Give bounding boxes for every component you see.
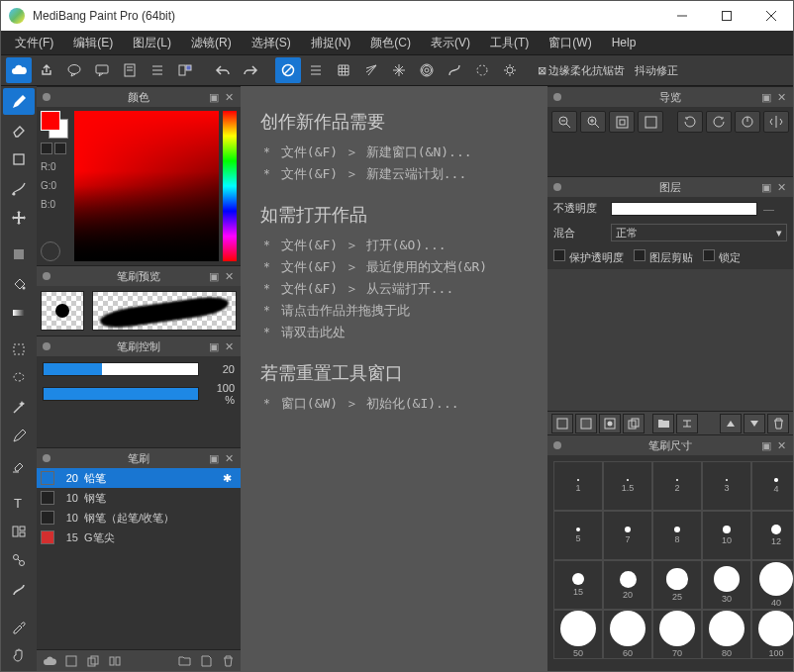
close-icon[interactable]: ✕ (225, 270, 237, 282)
close-icon[interactable]: ✕ (225, 340, 237, 352)
snap-grid-icon[interactable] (331, 57, 356, 83)
brush-dup-icon[interactable] (84, 652, 102, 670)
brush-size-cell[interactable]: 20 (603, 560, 652, 610)
menu-file[interactable]: 文件(F) (5, 31, 63, 54)
text-tool-icon[interactable]: T (3, 489, 35, 516)
brush-size-cell[interactable]: 60 (603, 610, 652, 659)
zoom-in-icon[interactable] (580, 111, 606, 133)
layer-merge-icon[interactable] (676, 414, 698, 433)
layer-new-color-icon[interactable] (575, 414, 597, 433)
brush-size-cell[interactable]: 2 (652, 461, 702, 511)
stabilizer-label[interactable]: 抖动修正 (635, 63, 678, 78)
color-picker[interactable] (74, 111, 219, 261)
minimize-button[interactable] (659, 1, 704, 31)
close-icon[interactable]: ✕ (225, 452, 237, 464)
brush-delete-icon[interactable] (219, 652, 237, 670)
menu-color[interactable]: 颜色(C) (360, 31, 421, 54)
brush-add-icon[interactable] (62, 652, 80, 670)
menu-tool[interactable]: 工具(T) (480, 31, 539, 54)
lock-checkbox[interactable]: 锁定 (703, 249, 741, 265)
layer-list[interactable] (547, 269, 793, 411)
popout-icon[interactable]: ▣ (209, 452, 221, 464)
brush-group-icon[interactable] (106, 652, 124, 670)
layer-folder-icon[interactable] (652, 414, 674, 433)
brush-size-cell[interactable]: 1 (553, 461, 603, 511)
popout-icon[interactable]: ▣ (209, 340, 221, 352)
brush-size-cell[interactable]: 3 (702, 461, 751, 511)
brush-size-cell[interactable]: 50 (553, 610, 603, 659)
selecterase-tool-icon[interactable] (3, 452, 35, 479)
canvas-area[interactable]: 创作新作品需要 ＊ 文件(&F) ＞ 新建窗口(&N)... ＊ 文件(&F) … (241, 86, 547, 671)
brush-size-cell[interactable]: 15 (553, 560, 603, 610)
menu-window[interactable]: 窗口(W) (539, 31, 601, 54)
blend-mode-select[interactable]: 正常▾ (611, 224, 787, 241)
magicwand-tool-icon[interactable] (3, 394, 35, 421)
brush-list-item[interactable]: 10钢笔（起笔/收笔） (37, 508, 241, 528)
snap-radial-icon[interactable] (386, 57, 412, 83)
brush-size-cell[interactable]: 80 (702, 610, 751, 659)
hue-slider[interactable] (223, 111, 237, 261)
popout-icon[interactable]: ▣ (761, 91, 773, 103)
list-icon[interactable] (145, 57, 170, 83)
chat-icon[interactable] (89, 57, 115, 83)
fill-tool-icon[interactable] (3, 241, 35, 268)
panel-tool-icon[interactable] (3, 518, 35, 544)
brush-opacity-slider[interactable] (43, 387, 199, 401)
zoom-out-icon[interactable] (551, 111, 577, 133)
menu-view[interactable]: 表示(V) (421, 31, 480, 54)
layer-up-icon[interactable] (720, 414, 742, 433)
layer-new-mask-icon[interactable] (599, 414, 621, 433)
dot-tool-icon[interactable] (3, 175, 35, 202)
aa-toggle[interactable]: ⊠边缘柔化抗锯齿 (538, 63, 625, 78)
popout-icon[interactable]: ▣ (209, 270, 221, 282)
snap-parallel-icon[interactable] (303, 57, 329, 83)
brush-size-cell[interactable]: 12 (751, 511, 793, 560)
lasso-tool-icon[interactable] (3, 365, 35, 392)
brush-list-item[interactable]: 15G笔尖 (37, 528, 241, 547)
brush-size-cell[interactable]: 5 (553, 511, 603, 560)
menu-edit[interactable]: 编辑(E) (63, 31, 123, 54)
move-tool-icon[interactable] (3, 204, 35, 231)
selectpen-tool-icon[interactable] (3, 424, 35, 450)
close-icon[interactable]: ✕ (777, 181, 789, 193)
snap-circle-icon[interactable] (414, 57, 440, 83)
flip-icon[interactable] (763, 111, 789, 133)
fit-screen-icon[interactable] (609, 111, 635, 133)
close-icon[interactable]: ✕ (777, 91, 789, 103)
maximize-button[interactable] (704, 1, 748, 31)
snap-curve-icon[interactable] (442, 57, 467, 83)
color-swatch[interactable] (41, 111, 68, 139)
brush-size-cell[interactable]: 25 (652, 560, 702, 610)
snap-vanish-icon[interactable] (469, 57, 495, 83)
comment-icon[interactable] (61, 57, 87, 83)
rotate-reset-icon[interactable] (735, 111, 760, 133)
menu-filter[interactable]: 滤镜(R) (181, 31, 242, 54)
popout-icon[interactable]: ▣ (761, 439, 773, 451)
menu-snap[interactable]: 捕捉(N) (301, 31, 361, 54)
brush-size-cell[interactable]: 1.5 (603, 461, 652, 511)
bucket-tool-icon[interactable] (3, 270, 35, 297)
opacity-slider[interactable] (611, 202, 757, 216)
popout-icon[interactable]: ▣ (761, 181, 773, 193)
layer-down-icon[interactable] (744, 414, 765, 433)
menu-layer[interactable]: 图层(L) (123, 31, 181, 54)
undo-button[interactable] (210, 57, 236, 83)
brush-folder-icon[interactable] (175, 652, 193, 670)
operation-tool-icon[interactable] (3, 547, 35, 574)
select-rect-tool-icon[interactable] (3, 336, 35, 362)
protect-alpha-checkbox[interactable]: 保护透明度 (553, 249, 624, 265)
close-button[interactable] (748, 1, 793, 31)
brush-add-cloud-icon[interactable] (41, 652, 58, 670)
page-icon[interactable] (117, 57, 143, 83)
hand-tool-icon[interactable] (3, 642, 35, 669)
reset-swatch-icon[interactable] (54, 143, 66, 154)
eraser-tool-icon[interactable] (3, 117, 35, 144)
cloud-icon[interactable] (6, 57, 32, 83)
gradient-tool-icon[interactable] (3, 299, 35, 326)
brush-size-cell[interactable]: 100 (751, 610, 793, 659)
snap-off-icon[interactable] (275, 57, 301, 83)
brush-save-icon[interactable] (197, 652, 215, 670)
popout-icon[interactable]: ▣ (209, 91, 221, 103)
brush-size-slider[interactable] (43, 362, 199, 376)
clipping-checkbox[interactable]: 图层剪贴 (634, 249, 693, 265)
